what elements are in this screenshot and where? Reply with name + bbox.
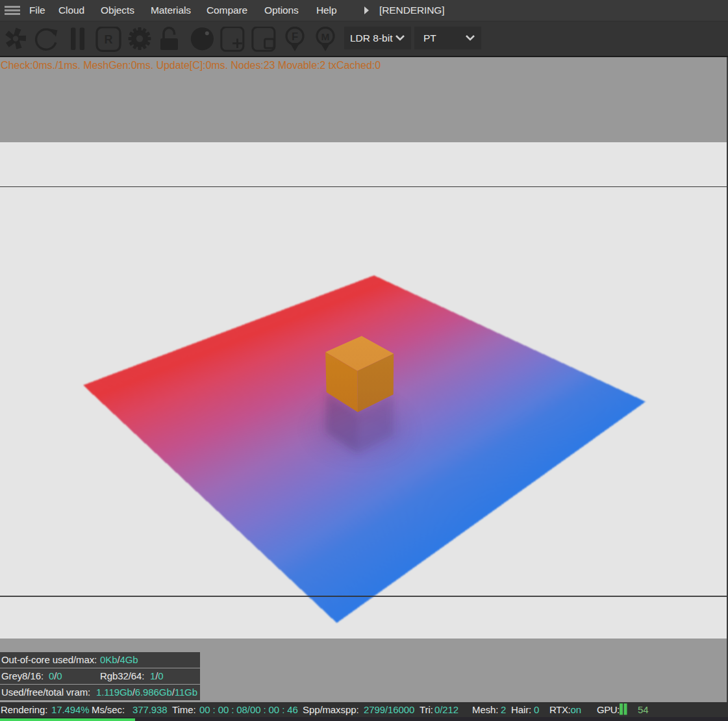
svg-text:F: F	[292, 31, 298, 42]
svg-text:M: M	[321, 31, 330, 42]
svg-text:R: R	[105, 33, 113, 46]
